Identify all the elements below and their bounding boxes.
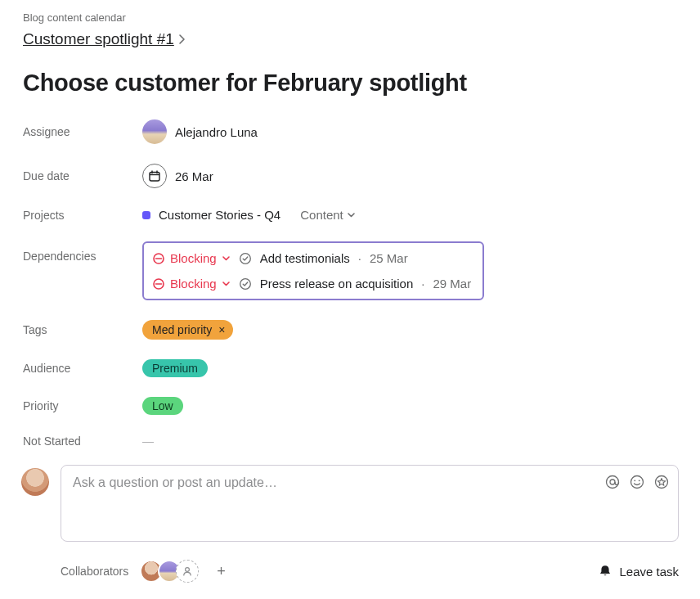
project-section-name: Content	[300, 208, 343, 222]
dependency-task-date: 25 Mar	[370, 251, 408, 265]
add-collaborator-button[interactable]: +	[217, 563, 226, 580]
dependencies-box: Blocking Add testimonials · 25 Mar Block…	[142, 241, 484, 300]
page-title: Choose customer for February spotlight	[23, 70, 677, 97]
svg-point-11	[610, 480, 615, 484]
leave-task-label: Leave task	[619, 565, 679, 579]
breadcrumb-project[interactable]: Blog content calendar	[23, 11, 677, 24]
assignee-value[interactable]: Alejandro Luna	[142, 119, 258, 144]
audience-pill[interactable]: Premium	[142, 359, 208, 377]
svg-point-10	[607, 476, 619, 489]
svg-point-16	[186, 568, 190, 572]
breadcrumb-parent-task[interactable]: Customer spotlight #1	[23, 30, 186, 48]
avatar	[142, 119, 167, 144]
at-mention-icon[interactable]	[604, 474, 621, 490]
not-started-label: Not Started	[23, 435, 142, 448]
dependency-row[interactable]: Blocking Add testimonials · 25 Mar	[152, 251, 471, 265]
blocking-icon	[152, 252, 165, 265]
dependency-kind-selector[interactable]: Blocking	[152, 277, 231, 290]
due-date-label: Due date	[23, 169, 142, 182]
tag-pill[interactable]: Med priority ×	[142, 320, 233, 340]
dependency-kind-label: Blocking	[170, 277, 217, 290]
priority-label: Priority	[23, 399, 142, 412]
svg-point-13	[634, 480, 635, 481]
assignee-label: Assignee	[23, 125, 142, 138]
project-name[interactable]: Customer Stories - Q4	[159, 208, 280, 222]
person-icon	[182, 565, 193, 577]
assignee-name: Alejandro Luna	[175, 125, 258, 139]
dependency-task-title[interactable]: Add testimonials	[260, 251, 350, 265]
add-collaborator-placeholder[interactable]	[176, 560, 199, 583]
svg-point-12	[631, 476, 644, 489]
tags-label: Tags	[23, 323, 142, 336]
dependency-task-title[interactable]: Press release on acquisition	[260, 277, 414, 290]
chevron-down-icon	[347, 210, 356, 219]
due-date-text: 26 Mar	[175, 169, 213, 183]
emoji-icon[interactable]	[629, 474, 645, 490]
star-icon[interactable]	[653, 474, 670, 490]
tag-text: Med priority	[152, 323, 212, 336]
dependency-kind-selector[interactable]: Blocking	[152, 251, 231, 265]
avatar	[21, 468, 49, 496]
task-check-icon	[239, 252, 252, 265]
leave-task-button[interactable]: Leave task	[598, 564, 679, 579]
dependency-row[interactable]: Blocking Press release on acquisition · …	[152, 277, 471, 290]
priority-pill[interactable]: Low	[142, 397, 183, 415]
calendar-icon	[142, 164, 167, 188]
dependencies-label: Dependencies	[23, 241, 142, 263]
blocking-icon	[152, 277, 165, 290]
project-section-selector[interactable]: Content	[300, 208, 356, 222]
svg-point-14	[639, 480, 640, 481]
svg-point-15	[656, 476, 668, 489]
breadcrumb-parent-task-label: Customer spotlight #1	[23, 30, 174, 48]
svg-rect-0	[150, 173, 159, 182]
separator-dot: ·	[358, 251, 361, 265]
dependency-kind-label: Blocking	[170, 251, 217, 265]
collaborators-label: Collaborators	[61, 565, 128, 578]
svg-point-9	[240, 278, 250, 289]
separator-dot: ·	[421, 277, 424, 290]
bell-icon	[598, 564, 612, 579]
dependency-task-date: 29 Mar	[433, 277, 471, 290]
chevron-down-icon	[222, 279, 231, 288]
audience-label: Audience	[23, 362, 142, 375]
comment-placeholder: Ask a question or post an update…	[73, 475, 277, 489]
tag-remove-icon[interactable]: ×	[218, 324, 225, 336]
comment-input[interactable]: Ask a question or post an update…	[61, 465, 679, 542]
task-check-icon	[239, 277, 252, 290]
not-started-value[interactable]: —	[142, 435, 154, 448]
svg-point-6	[240, 253, 250, 263]
chevron-right-icon	[177, 34, 186, 45]
chevron-down-icon	[222, 254, 231, 263]
due-date-value[interactable]: 26 Mar	[142, 164, 213, 188]
footer: Ask a question or post an update… Collab…	[0, 456, 700, 599]
collaborator-avatars[interactable]	[140, 560, 199, 583]
project-color-chip	[142, 211, 150, 219]
projects-label: Projects	[23, 209, 142, 222]
